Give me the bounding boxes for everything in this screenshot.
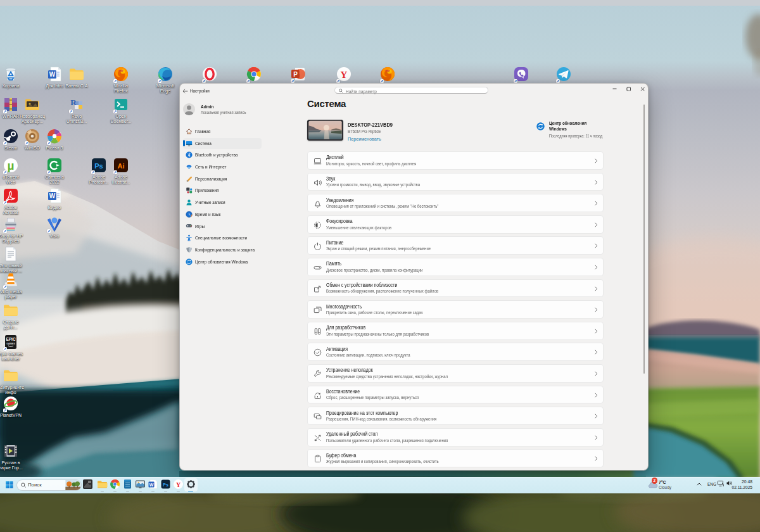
svg-text:Ai: Ai	[118, 162, 125, 170]
svg-text:Ps: Ps	[163, 483, 168, 487]
svg-text:µ: µ	[8, 159, 15, 172]
svg-text:Y: Y	[175, 481, 180, 488]
svg-text:W: W	[149, 483, 153, 487]
svg-text:R: R	[70, 98, 77, 107]
svg-text:W: W	[49, 193, 56, 200]
svg-text:P: P	[293, 71, 298, 78]
svg-text:GAMES: GAMES	[6, 343, 15, 345]
svg-text:Y: Y	[341, 70, 348, 80]
svg-text:EPIC: EPIC	[6, 337, 15, 341]
